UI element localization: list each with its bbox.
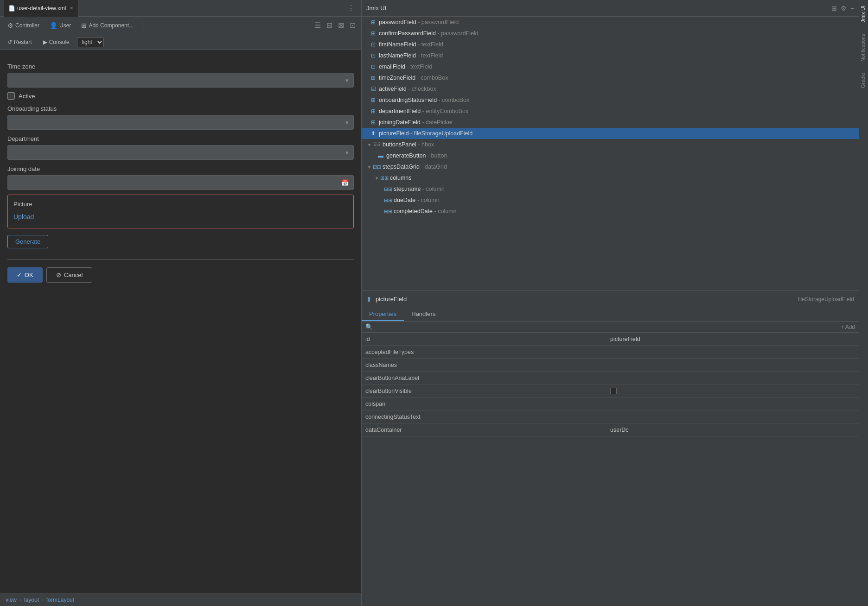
tree-item-pictureField[interactable]: ⬆ pictureField - fileStorageUploadField	[362, 128, 859, 139]
tree-item-timeZoneField[interactable]: ⊞ timeZoneField - comboBox	[362, 72, 859, 83]
minimize-icon-button[interactable]: −	[850, 5, 854, 12]
side-label-jmixui[interactable]: Jmix UI	[859, 0, 868, 28]
breadcrumb-formlayout[interactable]: formLayout	[46, 597, 74, 603]
tab-handlers[interactable]: Handlers	[404, 308, 443, 321]
properties-table: id pictureField acceptedFileTypes classN…	[362, 333, 859, 606]
prop-row-id[interactable]: id pictureField	[362, 333, 859, 346]
tree-item-departmentField[interactable]: ⊞ departmentField - entityComboBox	[362, 106, 859, 117]
ok-button[interactable]: ✓ OK	[7, 267, 43, 283]
tree-item-onboardingStatusField[interactable]: ⊞ onboardingStatusField - comboBox	[362, 95, 859, 106]
onboardingstatusfield-icon: ⊞	[369, 96, 377, 104]
department-input[interactable]: ▾	[7, 145, 354, 160]
tree-label-joiningDateField: joiningDateField - datePicker	[379, 119, 453, 126]
tab-properties[interactable]: Properties	[362, 308, 404, 321]
tree-item-emailField[interactable]: ⊡ emailField - textField	[362, 61, 859, 72]
view-list-button[interactable]: ☰	[313, 20, 323, 31]
tree-item-stepsDataGrid[interactable]: ▾ ⊞⊞ stepsDataGrid - dataGrid	[362, 161, 859, 172]
breadcrumb-view[interactable]: view	[6, 597, 17, 603]
tree-label-lastNameField: lastNameField - textField	[379, 52, 443, 59]
tree-item-activeField[interactable]: ☑ activeField - checkbox	[362, 83, 859, 95]
prop-row-acceptedFileTypes[interactable]: acceptedFileTypes	[362, 346, 859, 359]
tree-item-joiningDateField[interactable]: ⊞ joiningDateField - datePicker	[362, 117, 859, 128]
active-label: Active	[19, 93, 35, 100]
duedate-icon: ⊞⊞	[384, 196, 392, 204]
add-property-button[interactable]: + Add	[841, 324, 855, 330]
tree-item-firstNameField[interactable]: ⊡ firstNameField - textField	[362, 39, 859, 50]
tree-label-timeZoneField: timeZoneField - comboBox	[379, 75, 448, 81]
tab-close-icon[interactable]: ✕	[70, 6, 73, 11]
lastnamefield-icon: ⊡	[369, 51, 377, 60]
buttonspanel-toggle[interactable]: ▾	[365, 142, 373, 147]
tree-label-pictureField: pictureField - fileStorageUploadField	[379, 130, 472, 137]
tree-item-completedDate[interactable]: ⊞⊞ completedDate - column	[362, 206, 859, 217]
prop-row-classNames[interactable]: classNames	[362, 359, 859, 372]
prop-key-id: id	[365, 336, 610, 342]
active-row: Active	[7, 92, 354, 100]
console-button[interactable]: ▶ Console	[39, 38, 73, 46]
controller-icon: ⚙	[7, 22, 13, 29]
columns-toggle[interactable]: ▾	[373, 176, 380, 181]
restart-button[interactable]: ↺ Restart	[4, 38, 36, 46]
view-grid-button[interactable]: ⊡	[348, 20, 357, 31]
tree-item-lastNameField[interactable]: ⊡ lastNameField - textField	[362, 50, 859, 61]
component-detail-name: pictureField	[376, 296, 407, 303]
layout-icon-button[interactable]: ⊞	[831, 5, 837, 12]
clearButtonVisible-checkbox[interactable]	[610, 388, 617, 394]
prop-row-connectingStatusText[interactable]: connectingStatusText	[362, 410, 859, 423]
tab-more-button[interactable]: ⋮	[345, 4, 357, 13]
onboarding-input[interactable]: ▾	[7, 115, 354, 130]
prop-row-clearButtonAriaLabel[interactable]: clearButtonAriaLabel	[362, 372, 859, 385]
side-label-gradle[interactable]: Gradle	[859, 67, 868, 94]
columns-icon: ⊞⊞	[380, 174, 389, 182]
onboarding-chevron-icon: ▾	[345, 119, 349, 126]
component-tree: ⊞ passwordField - passwordField ⊞ confir…	[362, 17, 859, 290]
joiningdatefield-icon: ⊞	[369, 118, 377, 126]
theme-select[interactable]: light dark	[77, 37, 104, 47]
breadcrumb-layout[interactable]: layout	[24, 597, 39, 603]
component-detail-type: fileStorageUploadField	[798, 296, 854, 303]
prop-row-clearButtonVisible[interactable]: clearButtonVisible	[362, 385, 859, 398]
file-tab[interactable]: 📄 user-detail-view.xml ✕	[4, 0, 78, 17]
user-icon: 👤	[50, 22, 57, 29]
right-header: Jmix UI ⊞ ⚙ −	[362, 0, 859, 17]
joining-date-input[interactable]: 📅	[7, 175, 354, 190]
active-checkbox[interactable]	[7, 92, 15, 100]
tree-label-firstNameField: firstNameField - textField	[379, 41, 443, 48]
breadcrumb: view › layout › formLayout	[0, 593, 361, 606]
upload-button[interactable]: Upload	[13, 211, 348, 222]
form-area: Time zone ▾ Active Onboarding status ▾ D…	[0, 50, 361, 593]
prop-row-dataContainer[interactable]: dataContainer userDc	[362, 423, 859, 436]
tree-item-stepname[interactable]: ⊞⊞ step.name - column	[362, 183, 859, 195]
add-component-button[interactable]: ⊞ Add Component...	[77, 20, 137, 31]
settings-icon-button[interactable]: ⚙	[841, 5, 847, 12]
view-columns-button[interactable]: ⊟	[325, 20, 334, 31]
properties-search-input[interactable]	[376, 323, 841, 330]
user-button[interactable]: 👤 User	[46, 20, 75, 31]
tree-item-buttonsPanel[interactable]: ▾ ⠿⠿ buttonsPanel - hbox	[362, 139, 859, 150]
tree-item-confirmPasswordField[interactable]: ⊞ confirmPasswordField - passwordField	[362, 28, 859, 39]
side-label-notifications[interactable]: Notifications	[859, 28, 868, 67]
controller-button[interactable]: ⚙ Controller	[4, 20, 43, 31]
right-header-actions: ⊞ ⚙ −	[831, 5, 854, 12]
console-icon: ▶	[43, 39, 47, 45]
tree-item-dueDate[interactable]: ⊞⊞ dueDate - column	[362, 195, 859, 206]
view-image-button[interactable]: ⊠	[336, 20, 346, 31]
activefield-icon: ☑	[369, 85, 377, 93]
generate-button[interactable]: Generate	[7, 235, 48, 248]
tree-item-passwordField[interactable]: ⊞ passwordField - passwordField	[362, 17, 859, 28]
component-detail-bar: ⬆ pictureField fileStorageUploadField	[362, 290, 859, 308]
timezone-input[interactable]: ▾	[7, 73, 354, 88]
picture-field: Picture Upload	[7, 195, 354, 228]
tree-item-columns[interactable]: ▾ ⊞⊞ columns	[362, 172, 859, 183]
firstnamefield-icon: ⊡	[369, 40, 377, 49]
stepsdatagrid-toggle[interactable]: ▾	[365, 164, 373, 170]
tree-label-dueDate: dueDate - column	[394, 197, 440, 203]
left-panel: 📄 user-detail-view.xml ✕ ⋮ ⚙ Controller …	[0, 0, 362, 606]
tree-label-confirmPasswordField: confirmPasswordField - passwordField	[379, 30, 479, 37]
prop-row-colspan[interactable]: colspan	[362, 398, 859, 410]
buttonspanel-icon: ⠿⠿	[373, 140, 381, 149]
cancel-button[interactable]: ⊘ Cancel	[46, 267, 92, 283]
emailfield-icon: ⊡	[369, 63, 377, 71]
tree-item-generateButton[interactable]: ▬ generateButton - button	[362, 150, 859, 161]
toolbar-separator	[142, 21, 142, 30]
